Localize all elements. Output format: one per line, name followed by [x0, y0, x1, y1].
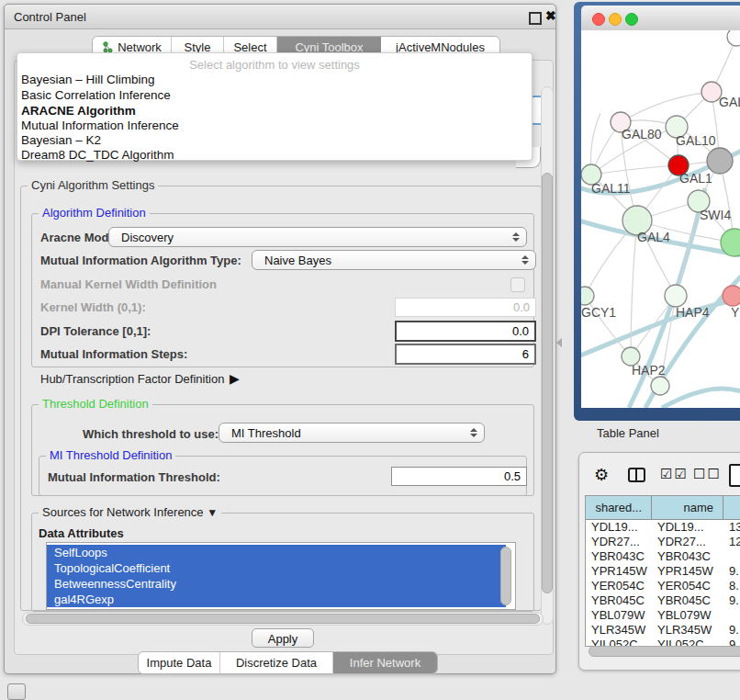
- list-scrollbar[interactable]: [500, 547, 511, 605]
- node-label: SWI4: [700, 208, 731, 222]
- mi-algorithm-type-value: Naive Bayes: [264, 254, 331, 267]
- mi-algorithm-type-combobox[interactable]: Naive Bayes: [252, 250, 536, 270]
- sources-title-text: Sources for Network Inference: [42, 505, 204, 519]
- control-panel-titlebar: Control Panel ✖: [5, 5, 555, 29]
- window-title: Control Panel: [14, 10, 86, 24]
- mi-threshold-label: Mutual Information Threshold:: [48, 470, 220, 484]
- list-item[interactable]: SelfLoops: [47, 545, 506, 560]
- mi-algorithm-type-label: Mutual Information Algorithm Type:: [40, 254, 241, 267]
- network-view-window: GAL GAL80 GAL10 GAL1 GAL11 SWI4 GAL4 GCY…: [574, 2, 740, 421]
- algorithm-dropdown-popup: Select algorithm to view settings Bayesi…: [17, 52, 533, 161]
- node-label: GCY1: [581, 305, 616, 320]
- cyni-algorithm-settings-title: Cyni Algorithm Settings: [28, 178, 158, 192]
- network-canvas[interactable]: GAL GAL80 GAL10 GAL1 GAL11 SWI4 GAL4 GCY…: [581, 30, 740, 408]
- hub-section-label: Hub/Transcription Factor Definition: [40, 372, 224, 386]
- spinner-arrows-icon: [470, 428, 477, 437]
- settings-vertical-scrollbar-thumb[interactable]: [542, 173, 553, 593]
- close-icon[interactable]: ✖: [545, 8, 556, 23]
- node-label: GAL1: [679, 171, 712, 186]
- tab-infer-network-label: Infer Network: [350, 656, 420, 670]
- settings-horizontal-scrollbar-thumb[interactable]: [26, 614, 540, 624]
- apply-button[interactable]: Apply: [252, 628, 314, 648]
- node-label: GAL: [719, 95, 740, 109]
- data-attributes-list[interactable]: SelfLoops TopologicalCoefficient Between…: [46, 542, 516, 610]
- tab-discretize-data-label: Discretize Data: [236, 656, 317, 670]
- table-row[interactable]: YBL079WYBL079W: [586, 608, 740, 623]
- node-label: Y: [731, 305, 739, 320]
- algorithm-option[interactable]: Basic Correlation Inference: [21, 88, 171, 103]
- table-panel-window: ⚙ ☑☑ ☐☐ shared... name YDL19...YDL19...1…: [578, 452, 740, 671]
- table-row[interactable]: YBR043CYBR043C: [586, 549, 740, 564]
- table-panel-title: Table Panel: [597, 426, 659, 440]
- algorithm-popup-hint: Select algorithm to view settings: [17, 58, 532, 72]
- mi-threshold-field[interactable]: 0.5: [391, 467, 527, 486]
- aracne-mode-combobox[interactable]: Discovery: [108, 227, 527, 247]
- node-label: HAP4: [676, 305, 710, 320]
- mi-steps-label: Mutual Information Steps:: [40, 347, 187, 361]
- manual-kernel-width-checkbox[interactable]: [510, 277, 525, 292]
- bottom-tabbar: Impute Data Discretize Data Infer Networ…: [138, 651, 438, 674]
- column-header[interactable]: [723, 496, 740, 519]
- data-attributes-label: Data Attributes: [39, 526, 124, 540]
- splitter-collapse-icon[interactable]: [556, 338, 562, 347]
- list-item[interactable]: BetweennessCentrality: [47, 576, 506, 592]
- table-row[interactable]: YIL052CYIL052C9.: [586, 638, 740, 646]
- algorithm-option[interactable]: Mutual Information Inference: [21, 119, 179, 133]
- table-row[interactable]: YDR27...YDR27...12: [586, 535, 740, 549]
- collapse-right-icon[interactable]: ▶: [230, 371, 240, 386]
- mi-threshold-group-title: MI Threshold Definition: [46, 448, 175, 462]
- table-body: YDL19...YDL19...13 YDR27...YDR27...12 YB…: [586, 520, 740, 646]
- list-item[interactable]: TopologicalCoefficient: [47, 560, 506, 576]
- sources-group-title: Sources for Network Inference ▼: [39, 505, 221, 519]
- node-table: shared... name YDL19...YDL19...13 YDR27.…: [585, 495, 740, 647]
- tab-impute-data[interactable]: Impute Data: [139, 652, 220, 673]
- which-threshold-combobox[interactable]: MI Threshold: [219, 423, 485, 443]
- kernel-width-field[interactable]: 0.0: [395, 298, 536, 317]
- document-icon[interactable]: [729, 464, 740, 487]
- aracne-mode-value: Discovery: [121, 231, 174, 244]
- manual-kernel-width-label: Manual Kernel Width Definition: [40, 277, 217, 291]
- node-label: GAL80: [622, 127, 662, 141]
- spinner-arrows-icon: [521, 255, 529, 265]
- mac-close-icon[interactable]: [592, 13, 605, 26]
- float-window-icon[interactable]: [529, 12, 542, 25]
- mac-minimize-icon[interactable]: [609, 13, 622, 26]
- column-header[interactable]: name: [652, 496, 723, 519]
- hide-columns-icon[interactable]: ☐☐: [693, 466, 722, 482]
- algorithm-option-selected[interactable]: ARACNE Algorithm: [21, 104, 136, 119]
- column-header[interactable]: shared...: [586, 496, 652, 519]
- expand-down-icon[interactable]: ▼: [207, 506, 218, 519]
- table-row[interactable]: YPR145WYPR145W9.: [586, 564, 740, 579]
- node-label: GAL11: [591, 181, 631, 196]
- table-row[interactable]: YER054CYER054C8.: [586, 579, 740, 593]
- algorithm-option[interactable]: Bayesian – K2: [21, 133, 101, 148]
- algorithm-definition-title: Algorithm Definition: [39, 206, 150, 220]
- mi-steps-field[interactable]: 6: [395, 344, 536, 365]
- kernel-width-label: Kernel Width (0,1):: [40, 300, 146, 314]
- node-label: GAL10: [676, 133, 716, 148]
- table-horizontal-scrollbar[interactable]: [589, 646, 740, 657]
- table-row[interactable]: YLR345WYLR345W9.: [586, 623, 740, 638]
- spinner-arrows-icon: [512, 232, 520, 242]
- which-threshold-value: MI Threshold: [231, 426, 301, 440]
- split-view-icon[interactable]: [628, 468, 645, 482]
- dpi-tolerance-field[interactable]: 0.0: [395, 321, 536, 342]
- mac-zoom-icon[interactable]: [625, 13, 638, 26]
- minimized-panel-icon[interactable]: [7, 683, 26, 700]
- tab-infer-network[interactable]: Infer Network: [333, 652, 437, 673]
- node-label: HAP2: [632, 363, 666, 378]
- algorithm-option[interactable]: Bayesian – Hill Climbing: [21, 73, 155, 87]
- gear-icon[interactable]: ⚙: [594, 465, 609, 485]
- list-item[interactable]: gal4RGexp: [47, 592, 506, 607]
- which-threshold-label: Which threshold to use:: [83, 427, 219, 441]
- tab-discretize-data[interactable]: Discretize Data: [220, 652, 333, 673]
- table-row[interactable]: YBR045CYBR045C9.: [586, 593, 740, 608]
- algorithm-option[interactable]: Dream8 DC_TDC Algorithm: [21, 148, 174, 163]
- table-header-row: shared... name: [586, 496, 740, 520]
- show-columns-icon[interactable]: ☑☑: [660, 466, 689, 482]
- node-label: GAL4: [637, 230, 670, 244]
- tab-impute-data-label: Impute Data: [147, 656, 212, 670]
- dpi-tolerance-label: DPI Tolerance [0,1]:: [40, 324, 151, 338]
- network-window-titlebar: [581, 6, 740, 31]
- table-row[interactable]: YDL19...YDL19...13: [586, 520, 740, 535]
